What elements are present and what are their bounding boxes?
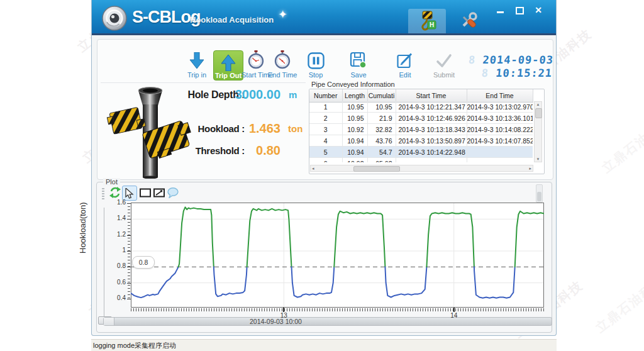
svg-text:H: H [430,21,434,28]
y-tick-mark [127,203,131,204]
watermark: 立鼎石油科技 [599,112,644,177]
column-header[interactable]: Length [342,89,367,103]
zoom-fit-tool-button[interactable] [152,186,166,199]
hole-depth-unit: m [289,89,297,100]
annotation-tool-button[interactable] [166,186,180,199]
hookload-value: 1.463 [229,121,280,136]
hookload-unit: ton [288,123,303,134]
table-horizontal-scrollbar[interactable]: ◂ ▸ [310,165,533,172]
pipe-table-title: Pipe Conveyed Information [311,81,395,88]
x-tick-label: 13 [276,312,291,319]
hook-icon: H [417,11,437,32]
pause-icon [301,50,330,69]
table-row[interactable]: 310.9232.822014-9-3 10:13:18.3432014-9-3… [309,124,533,135]
start-time-button[interactable]: Start Time [242,50,270,79]
scrollbar-left-cap[interactable] [104,318,114,325]
threshold-value: 0.80 [229,143,280,158]
table-row[interactable]: 210.9521.92014-9-3 10:12:46.9262014-9-3 … [309,113,533,124]
scrollbar-thumb[interactable] [353,166,400,172]
y-tick-label: 0.6 [108,279,126,286]
y-tick-label: 0.4 [108,294,126,301]
column-header[interactable]: Number [309,89,342,103]
end-time-button[interactable]: End Time [268,50,297,79]
edit-button[interactable]: Edit [389,50,421,79]
threshold-bubble: 0.8 [132,256,155,269]
hole-depth-value: 3000.00 [229,87,280,102]
clock-time: 8 10:15:21 [467,67,553,80]
column-header[interactable]: Start Time [396,89,467,103]
x-tick-mark [453,308,455,312]
refresh-button[interactable] [108,186,122,199]
refresh-icon [109,186,121,199]
table-vertical-scrollbar[interactable]: ▲ ▼ [534,101,542,162]
rectangle-icon [140,188,151,198]
column-header[interactable]: Cumulati [367,89,396,103]
status-bar: logging mode采集程序启动 [91,339,557,351]
y-tick-label: 1.4 [108,214,126,221]
table-row[interactable]: 110.9510.952014-9-3 10:12:21.3472014-9-3… [309,101,533,113]
edit-pencil-icon [389,50,421,69]
tab-acquisition[interactable]: H [408,9,446,33]
table-row[interactable]: 410.9443.762014-9-3 10:13:50.8972014-9-3… [309,135,533,147]
hookload-chart[interactable] [131,203,544,308]
plot-time-scrollbar[interactable]: 2014-09-03 10:00 [103,317,552,326]
save-button[interactable]: Save [343,50,374,79]
maximize-button[interactable] [514,6,525,14]
plot-left-slider[interactable] [104,208,104,322]
rectangle-diagonal-icon [153,188,165,198]
y-tick-mark [127,235,131,236]
screenshot-stage: 立鼎石油科技 立鼎石油科技 立鼎石油科技 立鼎石油科技 立鼎石油科技 立鼎石油科… [0,0,644,351]
y-tick-label: 1 [108,247,126,254]
y-tick-label: 1.2 [108,231,126,238]
pipe-table-body: 110.9510.952014-9-3 10:12:21.3472014-9-3… [309,101,533,162]
trip-out-button[interactable]: Trip Out [213,50,243,81]
zoom-box-tool-button[interactable] [138,186,152,199]
checkmark-icon [428,50,460,69]
divider [101,82,306,83]
toolbar-grip [102,188,104,199]
tools-icon [458,11,478,31]
x-axis-minor-ticks [131,308,544,311]
y-axis-label: Hookload(ton) [78,243,87,254]
speech-bubble-icon [167,187,179,198]
minimize-button[interactable] [496,6,506,14]
status-text: logging mode采集程序启动 [93,342,176,349]
x-tick-label: 14 [447,312,462,319]
tab-settings[interactable] [449,9,487,33]
app-logo-icon [101,4,128,32]
y-tick-mark [127,299,131,299]
arrow-down-icon [182,50,211,69]
window-controls: ✕ [496,6,543,14]
scrollbar-thumb[interactable] [535,108,542,118]
app-subtitle: Hookload Acquisition [190,15,274,25]
arrow-up-icon [214,52,243,71]
stopwatch-icon [268,50,297,69]
titlebar: S-CBLog Hookload Acquisition ✦ [92,0,556,35]
close-button[interactable]: ✕ [533,6,543,14]
plot-mini-scrollbar[interactable] [536,184,543,203]
y-tick-mark [127,219,131,220]
floppy-disk-icon [343,50,374,69]
submit-button[interactable]: Submit [428,50,460,79]
table-row[interactable]: 510.9454.72014-9-3 10:14:22.948 [309,147,533,158]
trip-in-button[interactable]: Trip in [182,50,211,79]
y-tick-label: 0.8 [108,262,126,269]
table-row[interactable]: 610.9265.62 [309,158,533,163]
cursor-icon [125,188,134,199]
y-tick-mark [127,267,131,267]
scrollbar-thumb[interactable] [537,192,541,201]
stop-button[interactable]: Stop [301,50,330,79]
pipe-table-header: NumberLengthCumulatiStart TimeEnd Time [309,89,533,103]
sparkle-icon: ✦ [278,8,287,21]
column-header[interactable]: End Time [467,89,533,103]
y-tick-mark [127,283,131,284]
clock-date: 8 2014-09-03 [468,53,554,67]
plot-group-label: Plot [103,178,120,186]
lcd-clock: 8 2014-09-03 8 10:15:21 [467,53,554,80]
x-tick-mark [283,308,284,312]
y-tick-label: 1.6 [108,199,126,206]
stopwatch-icon [242,50,270,69]
y-tick-mark [127,251,131,252]
pipe-table: NumberLengthCumulatiStart TimeEnd Time 1… [309,89,545,174]
app-window: S-CBLog Hookload Acquisition ✦ [91,0,557,336]
